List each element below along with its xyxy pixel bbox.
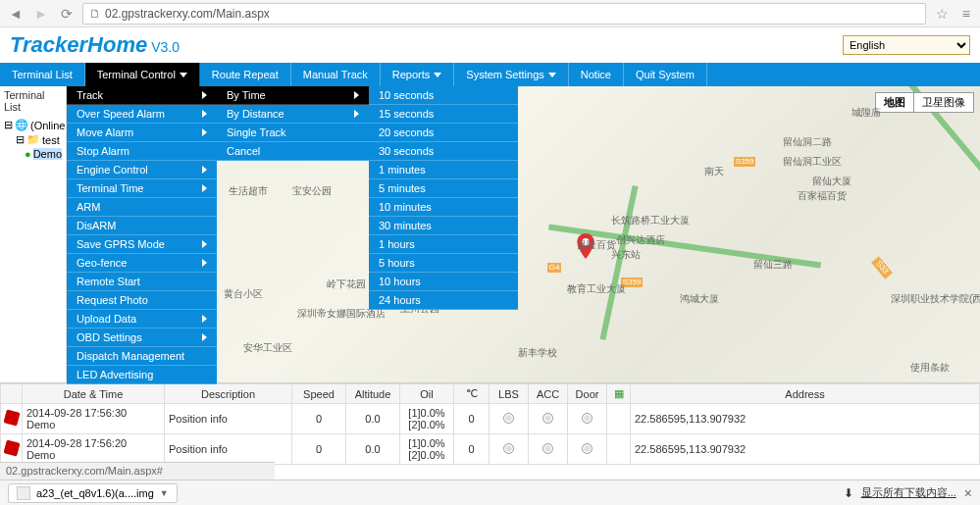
menu-15-seconds[interactable]: 15 seconds [369,105,518,124]
map-label: 安华工业区 [243,341,292,355]
col-header[interactable]: LBS [490,384,529,404]
menu-geo-fence[interactable]: Geo-fence [67,254,217,273]
close-icon[interactable]: × [964,485,972,501]
chevron-right-icon [202,184,207,192]
tree-root[interactable]: ⊟ 🌐 (Online:1 [4,118,62,132]
map-label: 留仙洞二路 [783,135,832,149]
chevron-right-icon [202,128,207,136]
status-bar: 02.gpstrackerxy.com/Main.aspx# [0,462,275,481]
map-view-btn[interactable]: 地图 [876,93,914,112]
chevron-down-icon[interactable]: ▼ [160,488,169,498]
menu-30-minutes[interactable]: 30 minutes [369,217,518,235]
menu-request-photo[interactable]: Request Photo [67,291,217,310]
map-type-toggle[interactable]: 地图 卫星图像 [875,92,974,113]
chevron-down-icon [548,73,556,77]
table-row[interactable]: 2014-09-28 17:56:30DemoPosition info00.0… [1,404,980,434]
menu-disarm[interactable]: DisARM [67,217,217,235]
row-icon [3,439,20,456]
cell-oil: [1]0.0% [2]0.0% [400,404,454,434]
menu-stop-alarm[interactable]: Stop Alarm [67,142,217,161]
menu-upload-data[interactable]: Upload Data [67,310,217,328]
tree-terminal[interactable]: ● Demo [4,147,62,161]
menu-save-gprs-mode[interactable]: Save GPRS Mode [67,235,217,254]
cell-flag [607,434,631,465]
menu-1-minutes[interactable]: 1 minutes [369,161,518,179]
chevron-right-icon [202,110,207,118]
menu-30-seconds[interactable]: 30 seconds [369,142,518,161]
collapse-icon[interactable]: ⊟ [4,119,13,131]
cell-temp: 0 [454,404,490,434]
menu-5-hours[interactable]: 5 hours [369,254,518,273]
chevron-down-icon [434,73,441,77]
menu-24-hours[interactable]: 24 hours [369,291,518,310]
map-label: 新丰学校 [518,346,557,360]
menu-arm[interactable]: ARM [67,198,217,217]
nav-reports[interactable]: Reports [381,63,455,86]
menu-5-minutes[interactable]: 5 minutes [369,179,518,198]
menu-10-hours[interactable]: 10 hours [369,273,518,291]
nav-system-settings[interactable]: System Settings [454,63,568,86]
tree-group[interactable]: ⊟ 📁 test [4,132,62,147]
chevron-right-icon [354,91,359,99]
menu-10-seconds[interactable]: 10 seconds [369,86,518,105]
back-button[interactable]: ◄ [6,4,26,24]
download-item[interactable]: a23_(et_q8v1.6)(a....img ▼ [8,483,178,503]
show-all-downloads[interactable]: 显示所有下载内容... [861,485,956,500]
menu-engine-control[interactable]: Engine Control [67,161,217,179]
page-icon: 🗋 [89,7,101,21]
nav-route-repeat[interactable]: Route Repeat [200,63,291,86]
nav-notice[interactable]: Notice [569,63,624,86]
browser-menu-icon[interactable]: ≡ [958,6,974,22]
url-text: 02.gpstrackerxy.com/Main.aspx [105,7,270,21]
col-header[interactable]: Address [631,384,980,404]
menu-move-alarm[interactable]: Move Alarm [67,124,217,142]
bookmark-icon[interactable]: ☆ [932,6,953,22]
cell-speed: 0 [292,404,346,434]
col-header[interactable]: ACC [529,384,568,404]
cell-lbs [490,404,529,434]
col-header[interactable]: Oil [400,384,454,404]
menu-by-time[interactable]: By Time [217,86,369,105]
col-header[interactable] [1,384,23,404]
cell-desc: Position info [165,434,292,465]
menu-remote-start[interactable]: Remote Start [67,273,217,291]
cell-datetime: 2014-09-28 17:56:30Demo [23,404,165,434]
table-row[interactable]: 2014-09-28 17:56:20DemoPosition info00.0… [1,434,980,465]
menu-20-seconds[interactable]: 20 seconds [369,124,518,142]
menu-over-speed-alarm[interactable]: Over Speed Alarm [67,105,217,124]
map-label: 百家福百货 [798,189,847,203]
cell-flag [607,404,631,434]
file-icon [17,486,30,500]
menu-10-minutes[interactable]: 10 minutes [369,198,518,217]
satellite-view-btn[interactable]: 卫星图像 [914,93,973,112]
nav-terminal-list[interactable]: Terminal List [0,63,85,86]
url-bar[interactable]: 🗋 02.gpstrackerxy.com/Main.aspx [82,3,926,25]
menu-led-advertising[interactable]: LED Advertising [67,366,217,384]
nav-quit-system[interactable]: Quit System [624,63,707,86]
forward-button[interactable]: ► [31,4,51,24]
col-header[interactable]: Date & Time [23,384,165,404]
col-header[interactable]: ▦ [607,384,631,404]
col-header[interactable]: Description [165,384,292,404]
nav-manual-track[interactable]: Manual Track [291,63,381,86]
menu-track[interactable]: Track [67,86,217,105]
menu-cancel[interactable]: Cancel [217,142,369,161]
collapse-icon[interactable]: ⊟ [16,133,25,146]
col-header[interactable]: Door [568,384,607,404]
col-header[interactable]: ℃ [454,384,490,404]
nav-terminal-control[interactable]: Terminal Control [85,63,200,86]
workspace: Terminal List ⊟ 🌐 (Online:1 ⊟ 📁 test ● D… [0,86,980,382]
menu-1-hours[interactable]: 1 hours [369,235,518,254]
menu-single-track[interactable]: Single Track [217,124,369,142]
menu-obd-settings[interactable]: OBD Settings [67,328,217,347]
menu-dispatch-management[interactable]: Dispatch Management [67,347,217,366]
language-select[interactable]: English [843,35,970,55]
chevron-right-icon [202,259,207,267]
col-header[interactable]: Altitude [346,384,400,404]
reload-button[interactable]: ⟳ [57,4,77,24]
menu-by-distance[interactable]: By Distance [217,105,369,124]
app-logo: TrackerHome [10,32,147,58]
menu-terminal-time[interactable]: Terminal Time [67,179,217,198]
col-header[interactable]: Speed [292,384,346,404]
map-label: 岭下花园 [327,278,366,291]
